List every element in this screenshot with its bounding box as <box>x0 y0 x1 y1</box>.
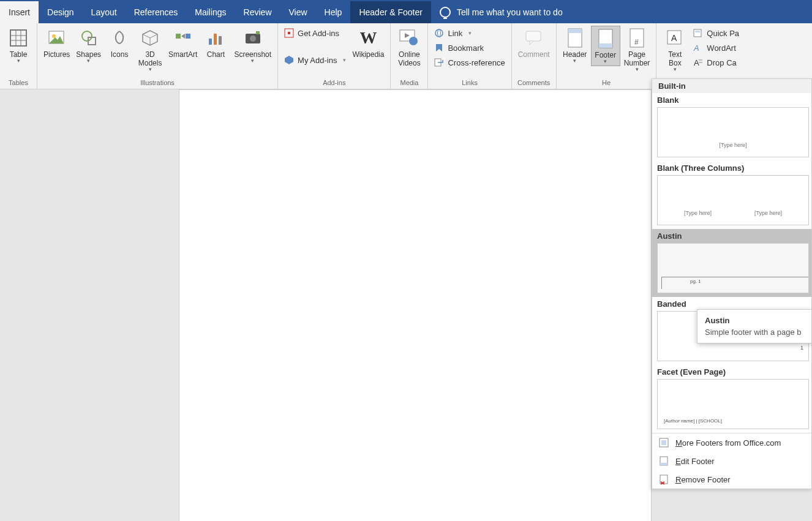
pictures-button[interactable]: Pictures <box>41 26 72 60</box>
svg-marker-22 <box>285 56 293 64</box>
video-icon <box>399 28 419 48</box>
tell-me-search[interactable]: Tell me what you want to do <box>431 1 812 23</box>
svg-rect-41 <box>695 31 700 32</box>
header-button[interactable]: Header▾ <box>560 26 590 65</box>
group-comments: Comment Comments <box>512 23 557 89</box>
remove-footer-icon <box>658 474 669 485</box>
gallery-item-blank[interactable]: Blank [Type here] <box>652 93 811 161</box>
svg-rect-11 <box>176 34 181 39</box>
edit-footer-icon <box>658 455 669 467</box>
tooltip-body: Simple footer with a page b <box>705 328 804 337</box>
svg-rect-49 <box>660 463 667 465</box>
ribbon-tabs: Insert Design Layout References Mailings… <box>0 1 812 23</box>
chart-button[interactable]: Chart <box>201 26 230 60</box>
gallery-item-austin[interactable]: Austin pg. 1 <box>652 229 811 297</box>
gallery-preview-three-columns: [Type here] [Type here] <box>657 175 809 225</box>
chart-icon <box>206 29 225 47</box>
pictures-icon <box>48 29 66 47</box>
group-label-links: Links <box>432 78 507 89</box>
svg-rect-15 <box>214 34 217 45</box>
online-videos-button[interactable]: Online Videos <box>394 26 424 69</box>
svg-text:#: # <box>634 38 639 47</box>
gallery-item-title: Blank (Three Columns) <box>655 162 809 175</box>
icons-button[interactable]: Icons <box>105 26 134 60</box>
svg-rect-19 <box>256 31 260 34</box>
get-addins-button[interactable]: Get Add-ins <box>282 27 348 39</box>
svg-text:A: A <box>671 33 677 43</box>
tab-header-footer[interactable]: Header & Footer <box>350 1 431 23</box>
group-media: Online Videos Media <box>391 23 428 89</box>
group-addins: Get Add-ins My Add-ins ▾ W Wikipedia Add… <box>278 23 391 89</box>
xref-icon <box>434 58 444 67</box>
svg-point-26 <box>435 29 443 37</box>
drop-cap-button[interactable]: A Drop Ca <box>691 56 742 69</box>
comment-button[interactable]: Comment <box>516 26 552 60</box>
lightbulb-icon <box>440 7 451 18</box>
gallery-item-title: Facet (Even Page) <box>655 366 809 379</box>
smartart-button[interactable]: SmartArt <box>166 26 200 60</box>
tab-references[interactable]: References <box>126 1 187 23</box>
remove-footer[interactable]: Remove Footer <box>652 470 811 489</box>
group-label-media: Media <box>394 78 424 89</box>
more-footers-office[interactable]: More Footers from Office.com <box>652 433 811 452</box>
svg-rect-30 <box>526 31 541 41</box>
table-button[interactable]: Table ▾ <box>4 26 33 65</box>
wikipedia-icon: W <box>359 28 377 48</box>
svg-text:A: A <box>694 58 699 67</box>
cross-reference-button[interactable]: Cross-reference <box>432 56 507 69</box>
group-tables: Table ▾ Tables <box>0 23 37 89</box>
comment-icon <box>524 28 544 48</box>
tab-layout[interactable]: Layout <box>83 1 126 23</box>
drop-cap-icon: A <box>693 58 703 67</box>
quick-parts-button[interactable]: Quick Pa <box>691 27 742 39</box>
page-number-button[interactable]: # Page Number▾ <box>622 26 653 73</box>
wordart-button[interactable]: A WordArt <box>691 42 742 54</box>
wikipedia-button[interactable]: W Wikipedia <box>350 26 386 60</box>
document-page[interactable] <box>179 89 652 521</box>
footer-button[interactable]: Footer▾ <box>591 26 620 66</box>
gallery-item-three-columns[interactable]: Blank (Three Columns) [Type here] [Type … <box>652 161 811 229</box>
office-icon <box>658 437 669 448</box>
svg-point-18 <box>250 36 256 42</box>
icons-icon <box>110 29 129 47</box>
tell-me-placeholder: Tell me what you want to do <box>457 7 563 17</box>
screenshot-button[interactable]: Screenshot▾ <box>231 26 274 65</box>
tab-design[interactable]: Design <box>39 1 83 23</box>
gallery-item-facet[interactable]: Facet (Even Page) [Author name] | [SCHOO… <box>652 365 811 433</box>
svg-rect-47 <box>661 440 666 445</box>
svg-rect-33 <box>568 29 582 33</box>
gallery-preview-facet: [Author name] | [SCHOOL] <box>657 379 809 429</box>
gallery-preview-blank: [Type here] <box>657 107 809 157</box>
tab-view[interactable]: View <box>280 1 316 23</box>
bookmark-icon <box>434 43 444 53</box>
shapes-icon <box>80 29 98 47</box>
bookmark-button[interactable]: Bookmark <box>432 42 507 54</box>
group-links: Link ▾ Bookmark Cross-reference Links <box>428 23 511 89</box>
link-icon <box>434 28 444 38</box>
tab-help[interactable]: Help <box>316 1 351 23</box>
group-label-tables: Tables <box>4 78 33 89</box>
tooltip-title: Austin <box>705 316 804 325</box>
table-icon <box>9 28 28 48</box>
3d-models-button[interactable]: 3D Models▾ <box>135 26 165 73</box>
tab-review[interactable]: Review <box>235 1 280 23</box>
link-button[interactable]: Link ▾ <box>432 27 507 39</box>
gallery-heading-builtin: Built-in <box>652 79 811 93</box>
page-number-icon: # <box>628 28 645 48</box>
my-addins-button[interactable]: My Add-ins ▾ <box>282 54 348 66</box>
svg-marker-13 <box>181 34 185 39</box>
svg-rect-35 <box>599 43 612 48</box>
edit-footer[interactable]: Edit Footer <box>652 452 811 470</box>
text-box-icon: A <box>666 29 683 47</box>
footer-icon <box>597 28 614 49</box>
gallery-footer-options: More Footers from Office.com Edit Footer… <box>652 433 811 489</box>
group-illustrations: Pictures Shapes▾ Icons 3D Models▾ SmartA… <box>37 23 278 89</box>
tab-insert[interactable]: Insert <box>0 1 39 23</box>
wordart-icon: A <box>693 43 703 53</box>
text-box-button[interactable]: A Text Box▾ <box>660 26 690 73</box>
tab-mailings[interactable]: Mailings <box>186 1 235 23</box>
shapes-button[interactable]: Shapes▾ <box>73 26 103 65</box>
svg-rect-40 <box>694 29 701 37</box>
smartart-icon <box>174 29 192 47</box>
addins-icon <box>284 55 294 65</box>
